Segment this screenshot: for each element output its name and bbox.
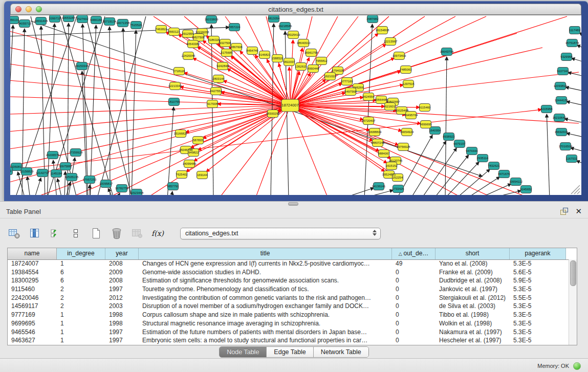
node-label: 8471676 [498, 172, 510, 176]
column-header-out_degree[interactable]: △out_de… [392, 248, 435, 259]
cell-short: Dudbridge et al. (2008) [435, 276, 510, 285]
cell-title: Genome-wide association studies in ADHD. [139, 268, 392, 277]
cell-name: 9699695 [8, 319, 57, 328]
show-hide-columns-icon[interactable] [28, 226, 42, 240]
tab-node-table[interactable]: Node Table [220, 347, 267, 357]
cell-pagerank: 5.3E-5 [510, 259, 566, 268]
table-mode-icon[interactable] [7, 226, 21, 240]
tab-edge-table[interactable]: Edge Table [267, 347, 313, 357]
zoom-window-button[interactable] [36, 6, 42, 12]
attribute-table: namein_degreeyeartitle△out_de…shortpager… [7, 248, 577, 345]
cell-in_degree: 2 [57, 302, 105, 311]
sort-ascending-icon: △ [399, 251, 402, 256]
node-label: 16643794 [440, 50, 454, 53]
table-row[interactable]: 977716911998Corpus callosum shape and si… [8, 311, 569, 319]
table-row[interactable]: 946362711997Embryonic stem cells: a mode… [8, 336, 569, 345]
cell-out_degree: 0 [392, 285, 435, 294]
close-window-button[interactable] [15, 6, 21, 12]
cell-year: 2003 [105, 302, 139, 311]
cell-name: 18724007 [8, 259, 57, 268]
cell-pagerank: 5.9E-5 [510, 276, 566, 285]
delete-column-trash-icon[interactable] [110, 226, 124, 240]
network-canvas[interactable]: 2056131140557152069140620997191065328715… [10, 15, 581, 195]
cell-out_degree: 0 [392, 319, 435, 328]
vertical-scrollbar[interactable] [569, 259, 577, 345]
tab-network-table[interactable]: Network Table [314, 347, 368, 357]
minimize-window-button[interactable] [26, 6, 32, 12]
table-selector-value: citations_edges.txt [185, 230, 238, 237]
node-label: 17016504 [559, 145, 573, 148]
node-label: 12923468 [130, 191, 144, 194]
cell-short: Yano et al. (2008) [435, 259, 510, 268]
node-label: 3624554 [362, 95, 375, 98]
table-body: 1872400712008Changes of HCN gene express… [8, 259, 569, 345]
cell-pagerank: 5.3E-5 [510, 302, 566, 311]
cell-short: Hescheler et al. (1997) [435, 336, 510, 345]
node-label: 14055715 [18, 22, 32, 25]
node-label: 7625402 [176, 173, 188, 176]
node-label: 6794028 [332, 69, 344, 72]
node-label: 1527602 [76, 17, 89, 20]
node-label: 10095817 [99, 182, 113, 185]
table-row[interactable]: 969969511998Structural magnetic resonanc… [8, 319, 569, 328]
table-row[interactable]: 1456911722003Disruption of a novel membe… [8, 302, 569, 311]
node-label: 18325419 [287, 33, 300, 36]
node-label: 6466160 [90, 18, 102, 21]
float-panel-icon[interactable] [560, 208, 568, 215]
node-label: 7463822 [155, 28, 167, 31]
node-label: 15720407 [362, 119, 376, 122]
new-column-document-icon[interactable] [89, 226, 103, 240]
node-label: 15751874 [565, 41, 579, 45]
cell-out_degree: 49 [392, 259, 435, 268]
node-label: 1167531 [566, 157, 578, 160]
column-header-pagerank[interactable]: pagerank [510, 248, 566, 259]
table-row[interactable]: 2242004622012Investigating the contribut… [8, 294, 569, 302]
column-header-title[interactable]: title [139, 248, 392, 259]
cell-year: 2008 [105, 276, 139, 285]
cell-in_degree: 1 [57, 336, 105, 345]
node-label: 9327508 [219, 41, 231, 45]
table-row[interactable]: 1830029562008Estimation of significance … [8, 276, 569, 285]
table-selector-dropdown[interactable]: citations_edges.txt [180, 228, 381, 239]
column-header-name[interactable]: name [8, 248, 57, 259]
table-row[interactable]: 911546021997Tourette syndrome. Phenomeno… [8, 285, 569, 294]
import-table-disabled-icon[interactable] [130, 226, 144, 240]
cell-name: 14569117 [8, 302, 57, 311]
table-row[interactable]: 1938455462009Genome-wide association stu… [8, 268, 569, 277]
table-row[interactable]: 1872400712008Changes of HCN gene express… [8, 259, 569, 268]
function-builder-icon[interactable]: f(x) [150, 226, 165, 240]
node-label: 16154808 [376, 29, 389, 32]
node-label: 1640954 [429, 129, 441, 132]
cell-name: 9463627 [8, 336, 57, 345]
table-row[interactable]: 946554611997Estimation of the future num… [8, 328, 569, 337]
cell-name: 9465546 [8, 328, 57, 337]
cell-year: 2009 [105, 268, 139, 277]
node-label: 14136141 [372, 185, 386, 188]
close-panel-icon[interactable]: ✕ [575, 208, 582, 215]
node-label: 12226058 [195, 31, 209, 34]
table-panel-header: Table Panel ✕ [0, 205, 588, 218]
node-label: 19756928 [397, 145, 410, 148]
column-header-short[interactable]: short [435, 248, 510, 259]
cell-in_degree: 6 [57, 276, 105, 285]
cell-out_degree: 0 [392, 336, 435, 345]
cell-year: 1997 [105, 328, 139, 337]
scrollbar-thumb[interactable] [570, 260, 576, 286]
node-label: 587835 [193, 139, 204, 142]
node-label: 10025488 [395, 109, 409, 112]
cell-short: Wolkin et al. (1998) [435, 319, 510, 328]
cell-short: Stergiakouli et al. (2012) [435, 294, 510, 302]
canvas-resize-grip-icon[interactable] [571, 185, 580, 194]
node-label: 18640910 [297, 41, 311, 45]
node-label: 9884067 [378, 152, 390, 155]
column-header-year[interactable]: year [105, 248, 139, 259]
node-label: 15166827 [174, 132, 188, 135]
window-title: citations_edges.txt [11, 6, 581, 13]
column-header-in_degree[interactable]: in_degree [57, 248, 105, 259]
status-bar: Memory: OK [0, 358, 588, 372]
table-panel: Table Panel ✕ f(x) citations_edges. [0, 201, 588, 372]
select-all-checklist-icon[interactable] [48, 226, 62, 240]
window-titlebar[interactable]: citations_edges.txt [10, 4, 581, 15]
node-label: 8938923 [443, 135, 455, 138]
row-height-icon[interactable] [69, 226, 83, 240]
